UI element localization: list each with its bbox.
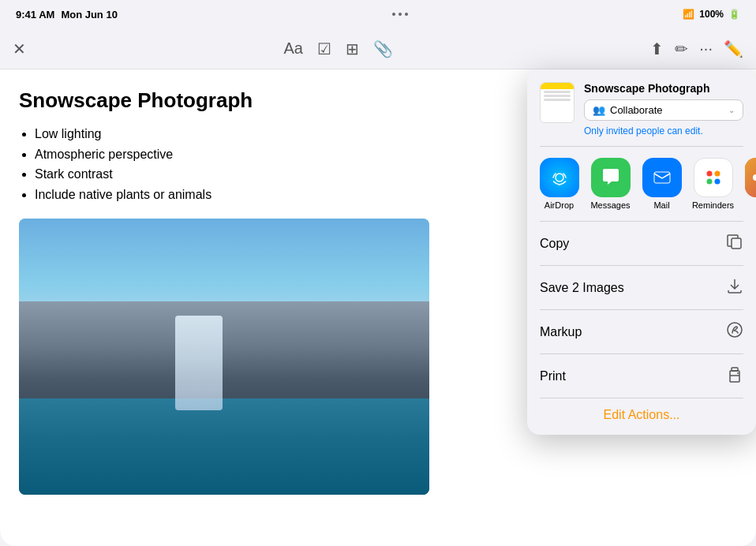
edit-actions-label: Edit Actions... [604,408,680,421]
photo-water [19,398,429,496]
save-images-label: Save 2 Images [540,281,624,295]
status-bar: 9:41 AM Mon Jun 10 📶 100% 🔋 [0,0,756,28]
collaborate-label: Collaborate [610,104,663,116]
share-app-mail[interactable]: Mail [636,158,687,210]
dot2 [399,13,402,16]
svg-point-6 [714,179,720,185]
collapse-icon[interactable]: ✕ [13,39,26,58]
format-text-icon[interactable]: Aa [283,39,302,58]
markup-icon[interactable]: ✏ [675,39,688,58]
airdrop-label: AirDrop [545,200,574,210]
print-label: Print [540,369,566,383]
copy-icon [726,233,743,254]
battery-level: 100% [699,9,724,20]
svg-rect-13 [730,376,739,382]
share-popup: Snowscape Photograph 👥 Collaborate ⌄ Onl… [527,69,756,435]
dot1 [392,13,395,16]
more-apps-icon [745,158,757,197]
status-bar-right: 📶 100% 🔋 [683,9,740,20]
share-app-reminders[interactable]: Reminders [687,158,739,210]
main-content: Snowscape Photograph Low lighting Atmosp… [0,69,756,546]
edit-actions-button[interactable]: Edit Actions... [527,398,756,435]
airdrop-icon [540,158,579,197]
collaborate-icon: 👥 [593,104,605,116]
svg-point-4 [714,171,720,177]
messages-label: Messages [590,200,630,210]
status-day: Mon Jun 10 [61,9,118,21]
print-action[interactable]: Print [527,354,756,398]
reminders-label: Reminders [692,200,734,210]
share-app-messages[interactable]: Messages [585,158,636,210]
invited-only-text: Only invited people can edit. [584,125,743,136]
share-note-title: Snowscape Photograph [584,82,743,95]
reminders-icon [694,158,733,197]
messages-icon [591,158,631,197]
ipad-frame: 9:41 AM Mon Jun 10 📶 100% 🔋 ✕ Aa ☑ ⊞ 📎 ⬆… [0,0,756,546]
battery-icon: 🔋 [728,9,740,20]
status-time: 9:41 AM [16,9,54,21]
attachment-icon[interactable]: 📎 [373,39,393,58]
markup-action-icon [726,321,743,342]
share-header: Snowscape Photograph 👥 Collaborate ⌄ Onl… [527,69,756,146]
compose-icon[interactable]: ✏️ [724,39,743,58]
checklist-icon[interactable]: ☑ [317,39,331,58]
chevron-down-icon: ⌄ [728,106,735,114]
share-icon[interactable]: ⬆ [650,39,664,58]
photo-rocks [19,301,429,412]
share-apps-row: AirDrop Messages [527,147,756,221]
mail-icon [642,158,682,197]
toolbar-left: ✕ [13,39,26,58]
toolbar: ✕ Aa ☑ ⊞ 📎 ⬆ ✏ ··· ✏️ [0,28,756,69]
note-thumbnail [540,82,574,123]
mail-label: Mail [653,200,669,210]
svg-rect-1 [654,172,670,183]
share-app-more[interactable]: Fr... [739,158,756,210]
collaborate-button[interactable]: 👥 Collaborate ⌄ [584,99,743,121]
photo-waterfall [175,316,223,410]
copy-label: Copy [540,237,569,251]
toolbar-center: Aa ☑ ⊞ 📎 [283,39,392,58]
table-icon[interactable]: ⊞ [346,39,359,58]
toolbar-right: ⬆ ✏ ··· ✏️ [650,39,743,58]
photo-image [19,219,429,495]
svg-point-5 [706,179,712,185]
svg-point-15 [737,372,739,374]
status-bar-center [392,13,408,16]
markup-action[interactable]: Markup [527,310,756,353]
invited-link[interactable]: Only invited people can edit. [584,125,703,136]
svg-rect-14 [732,368,738,371]
copy-action[interactable]: Copy [527,222,756,265]
svg-rect-11 [732,238,741,249]
svg-point-0 [556,174,563,181]
markup-label: Markup [540,325,582,339]
save-images-icon [726,277,743,298]
status-bar-left: 9:41 AM Mon Jun 10 [16,9,118,21]
share-header-info: Snowscape Photograph 👥 Collaborate ⌄ Onl… [584,82,743,136]
more-icon[interactable]: ··· [699,39,713,58]
print-icon [726,365,743,387]
svg-point-3 [706,171,712,177]
share-app-airdrop[interactable]: AirDrop [533,158,585,210]
dot3 [405,13,408,16]
wifi-icon: 📶 [683,9,694,20]
save-images-action[interactable]: Save 2 Images [527,266,756,309]
